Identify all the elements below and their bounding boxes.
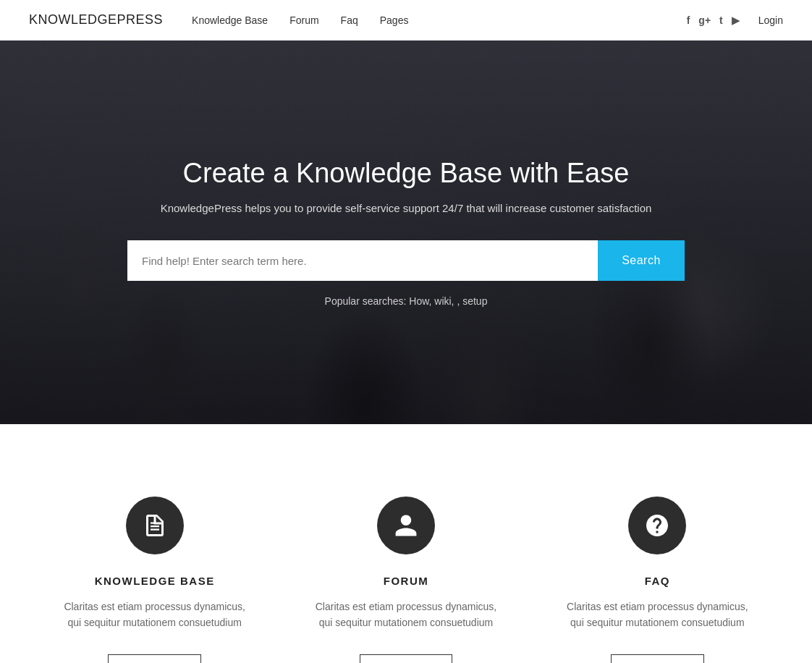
nav-links: Knowledge BaseForumFaqPages [192, 14, 687, 26]
search-button[interactable]: Search [598, 240, 685, 281]
continue-button-faq[interactable]: CONTINUE [611, 654, 704, 663]
hero-section: Create a Knowledge Base with Ease Knowle… [0, 41, 812, 424]
login-link[interactable]: Login [758, 14, 783, 26]
feature-title-faq: FAQ [645, 575, 670, 587]
search-bar: Search [127, 240, 685, 281]
popular-searches: Popular searches: How, wiki, , setup [14, 295, 798, 307]
twitter-icon[interactable]: t [719, 14, 723, 26]
nav-link-pages[interactable]: Pages [380, 14, 409, 26]
feature-title-knowledge-base: KNOWLEDGE BASE [95, 575, 215, 587]
nav-link-faq[interactable]: Faq [341, 14, 358, 26]
feature-desc-faq: Claritas est etiam processus dynamicus, … [561, 599, 754, 631]
hero-subtitle: KnowledgePress helps you to provide self… [14, 202, 798, 214]
person-icon-circle [377, 497, 435, 554]
document-icon-circle [126, 497, 184, 554]
feature-card-forum: FORUM Claritas est etiam processus dynam… [280, 482, 531, 663]
hero-content: Create a Knowledge Base with Ease Knowle… [0, 158, 812, 307]
hero-title: Create a Knowledge Base with Ease [14, 158, 798, 189]
nav-link-forum[interactable]: Forum [289, 14, 318, 26]
facebook-icon[interactable]: f [687, 14, 690, 26]
brand-light: PRESS [117, 12, 164, 27]
continue-button-knowledge-base[interactable]: CONTINUE [108, 654, 201, 663]
google-plus-icon[interactable]: g+ [698, 14, 711, 26]
feature-card-knowledge-base: KNOWLEDGE BASE Claritas est etiam proces… [29, 482, 280, 663]
feature-card-faq: FAQ Claritas est etiam processus dynamic… [532, 482, 783, 663]
youtube-icon[interactable]: ▶ [732, 14, 740, 26]
navbar-right: fg+t▶ Login [687, 14, 783, 26]
feature-title-forum: FORUM [384, 575, 429, 587]
social-icons: fg+t▶ [687, 14, 740, 26]
continue-button-forum[interactable]: CONTINUE [360, 654, 453, 663]
nav-link-knowledge-base[interactable]: Knowledge Base [192, 14, 268, 26]
search-input[interactable] [127, 240, 598, 281]
brand-logo[interactable]: KNOWLEDGEPRESS [29, 12, 163, 28]
features-section: KNOWLEDGE BASE Claritas est etiam proces… [0, 424, 812, 663]
feature-desc-forum: Claritas est etiam processus dynamicus, … [309, 599, 502, 631]
brand-bold: KNOWLEDGE [29, 12, 117, 27]
question-icon-circle [628, 497, 686, 554]
features-grid: KNOWLEDGE BASE Claritas est etiam proces… [29, 482, 783, 663]
navbar: KNOWLEDGEPRESS Knowledge BaseForumFaqPag… [0, 0, 812, 41]
feature-desc-knowledge-base: Claritas est etiam processus dynamicus, … [58, 599, 251, 631]
